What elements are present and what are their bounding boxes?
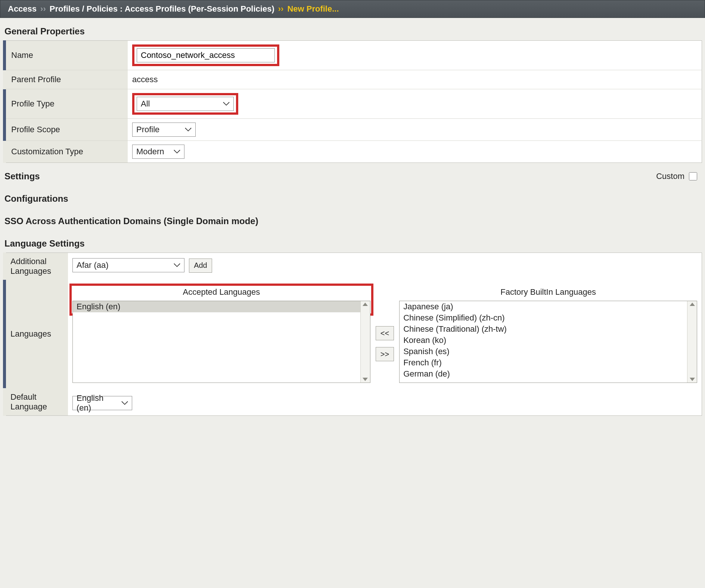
move-right-button[interactable]: >> (376, 347, 394, 361)
row-default-language: Default Language English (en) (4, 388, 702, 416)
additional-languages-value: Afar (aa) (77, 260, 109, 270)
row-parent-profile: Parent Profile access (4, 70, 702, 89)
factory-language-item[interactable]: Chinese (Traditional) (zh-tw) (400, 324, 687, 335)
section-heading-configurations: Configurations (0, 185, 705, 208)
factory-language-item[interactable]: Spanish (es) (400, 346, 687, 357)
general-properties-table: Name Parent Profile access Profile Type … (3, 40, 702, 163)
label-parent-profile: Parent Profile (4, 70, 128, 89)
scroll-up-icon[interactable] (690, 303, 695, 306)
value-parent-profile: access (128, 70, 702, 89)
row-additional-languages: Additional Languages Afar (aa) Add (4, 253, 702, 280)
label-name: Name (4, 41, 128, 70)
row-name: Name (4, 41, 702, 70)
label-additional-languages: Additional Languages (4, 253, 68, 280)
factory-language-item[interactable]: Japanese (ja) (400, 301, 687, 312)
factory-languages-title: Factory BuiltIn Languages (399, 285, 697, 301)
factory-language-item[interactable]: French (fr) (400, 357, 687, 368)
section-heading-sso: SSO Across Authentication Domains (Singl… (0, 208, 705, 230)
move-left-button[interactable]: << (376, 326, 394, 340)
profile-type-select[interactable]: All (137, 97, 234, 111)
factory-language-item[interactable]: Korean (ko) (400, 335, 687, 346)
profile-type-value: All (141, 99, 150, 109)
label-profile-scope: Profile Scope (4, 119, 128, 141)
add-language-button[interactable]: Add (189, 259, 212, 273)
label-default-language: Default Language (4, 388, 68, 416)
label-customization-type: Customization Type (4, 141, 128, 163)
custom-checkbox[interactable] (689, 172, 697, 180)
chevron-down-icon (174, 263, 180, 267)
scrollbar[interactable] (360, 301, 370, 383)
scroll-down-icon[interactable] (363, 378, 368, 381)
chevron-down-icon (185, 127, 192, 132)
factory-language-item[interactable]: German (de) (400, 368, 687, 380)
scrollbar[interactable] (687, 301, 697, 383)
breadcrumb-item-new-profile: New Profile... (287, 4, 339, 14)
chevron-down-icon (174, 149, 180, 154)
custom-label: Custom (656, 171, 684, 181)
breadcrumb-sep-icon: ›› (278, 4, 284, 14)
breadcrumb: Access ›› Profiles / Policies : Access P… (0, 0, 705, 18)
customization-type-select[interactable]: Modern (132, 145, 184, 159)
accepted-language-item[interactable]: English (en) (73, 301, 360, 312)
row-profile-type: Profile Type All (4, 89, 702, 119)
default-language-value: English (en) (77, 393, 115, 413)
scroll-up-icon[interactable] (363, 303, 368, 306)
label-profile-type: Profile Type (4, 89, 128, 119)
settings-title: Settings (4, 171, 40, 182)
chevron-down-icon (121, 401, 128, 405)
section-heading-language-settings: Language Settings (0, 230, 705, 253)
profile-scope-value: Profile (136, 125, 159, 134)
language-settings-table: Additional Languages Afar (aa) Add Langu… (3, 253, 702, 416)
factory-languages-listbox[interactable]: Japanese (ja) Chinese (Simplified) (zh-c… (399, 301, 697, 383)
name-input[interactable] (137, 48, 275, 62)
label-languages: Languages (4, 280, 68, 388)
scroll-down-icon[interactable] (690, 378, 695, 381)
row-languages: Languages Accepted Languages English (en… (4, 280, 702, 388)
accepted-languages-title: Accepted Languages (72, 285, 370, 301)
breadcrumb-sep-icon: ›› (40, 4, 46, 14)
row-customization-type: Customization Type Modern (4, 141, 702, 163)
default-language-select[interactable]: English (en) (72, 396, 132, 410)
factory-language-item[interactable]: Chinese (Simplified) (zh-cn) (400, 312, 687, 324)
breadcrumb-item-access[interactable]: Access (8, 4, 37, 14)
customization-type-value: Modern (136, 147, 164, 157)
highlight-name (132, 44, 279, 66)
row-profile-scope: Profile Scope Profile (4, 119, 702, 141)
section-heading-settings: Settings Custom (0, 163, 705, 185)
additional-languages-select[interactable]: Afar (aa) (72, 258, 184, 272)
accepted-languages-listbox[interactable]: English (en) (72, 301, 370, 383)
highlight-profile-type: All (132, 93, 238, 115)
chevron-down-icon (223, 102, 230, 106)
breadcrumb-item-profiles[interactable]: Profiles / Policies : Access Profiles (P… (50, 4, 274, 14)
profile-scope-select[interactable]: Profile (132, 123, 196, 137)
section-heading-general: General Properties (0, 18, 705, 40)
